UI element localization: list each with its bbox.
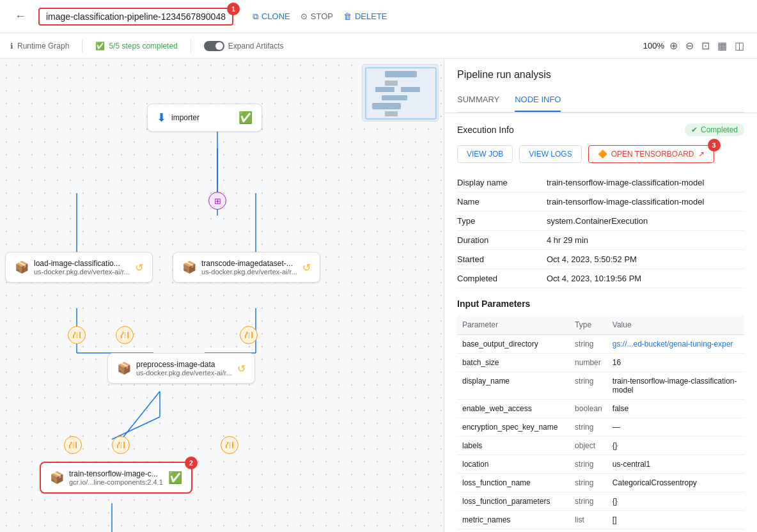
param-type: boolean: [570, 400, 607, 418]
panel-header: Pipeline run analysis SUMMARY NODE INFO: [444, 59, 757, 113]
orange-connector-5: ⛙: [112, 436, 130, 454]
zoom-out-button[interactable]: ⊖: [683, 37, 696, 54]
load-sub: us-docker.pkg.dev/vertex-ai/r...: [34, 268, 130, 276]
stop-button[interactable]: ⊙ STOP: [300, 12, 333, 21]
info-row: CompletedOct 4, 2023, 10:19:56 PM: [457, 269, 744, 288]
param-name: location: [457, 455, 570, 474]
orange-connector-6: ⛙: [221, 436, 238, 454]
info-row: Nametrain-tensorflow-image-classificatio…: [457, 192, 744, 212]
preprocess-retry-icon: ↺: [237, 363, 246, 375]
param-name: encryption_spec_key_name: [457, 418, 570, 437]
preprocess-sub: us-docker.pkg.dev/vertex-ai/r...: [136, 369, 232, 377]
param-value[interactable]: gs://...ed-bucket/genai-tuning-exper: [607, 335, 744, 354]
param-row: display_namestringtrain-tensorflow-image…: [457, 372, 744, 400]
panel-toggle-button[interactable]: ◫: [732, 37, 747, 54]
train-node[interactable]: 📦 train-tensorflow-image-c... gcr.io/...…: [40, 462, 192, 494]
param-value: —: [607, 418, 744, 437]
params-table: Parameter Type Value base_output_directo…: [457, 315, 744, 532]
param-type: list: [570, 511, 607, 529]
back-button[interactable]: ←: [10, 6, 31, 27]
runtime-graph-label: Runtime Graph: [17, 42, 69, 51]
tensorboard-label: OPEN TENSORBOARD: [611, 150, 694, 159]
status-text: Completed: [701, 125, 738, 134]
transcode-sub: us-docker.pkg.dev/vertex-ai/r...: [201, 268, 297, 276]
load-label: load-image-classificatio...: [34, 259, 130, 268]
view-job-button[interactable]: VIEW JOB: [457, 145, 513, 163]
zoom-fit-button[interactable]: ⊡: [699, 37, 712, 54]
info-row: Typesystem.ContainerExecution: [457, 212, 744, 231]
param-type: number: [570, 354, 607, 372]
svg-rect-21: [385, 111, 398, 116]
param-name: batch_size: [457, 354, 570, 372]
load-node[interactable]: 📦 load-image-classificatio... us-docker.…: [5, 252, 153, 283]
param-row: loss_function_parametersstring{}: [457, 492, 744, 511]
param-row: enable_web_accessbooleanfalse: [457, 400, 744, 418]
param-row: networkstring—: [457, 529, 744, 533]
info-table: Display nametrain-tensorflow-image-class…: [457, 173, 744, 288]
param-value: false: [607, 400, 744, 418]
badge-2: 2: [185, 457, 198, 469]
param-type: string: [570, 335, 607, 354]
delete-button[interactable]: 🗑 DELETE: [343, 12, 387, 21]
info-row-label: Display name: [457, 173, 547, 192]
steps-label: 5/5 steps completed: [109, 42, 177, 51]
info-row-value: Oct 4, 2023, 5:50:52 PM: [547, 250, 744, 269]
param-type: string: [570, 492, 607, 511]
purple-connector: ⊞: [208, 192, 226, 210]
expand-artifacts-toggle[interactable]: [204, 41, 224, 51]
param-value: CategoricalCrossentropy: [607, 474, 744, 492]
view-logs-button[interactable]: VIEW LOGS: [519, 145, 581, 163]
orange-connector-2: ⛙: [116, 326, 134, 344]
preprocess-node[interactable]: 📦 preprocess-image-data us-docker.pkg.de…: [107, 353, 255, 384]
param-name: metric_names: [457, 511, 570, 529]
grid-icon: ⊞: [214, 196, 221, 206]
param-name: loss_function_name: [457, 474, 570, 492]
info-row-value: Oct 4, 2023, 10:19:56 PM: [547, 269, 744, 288]
info-row: Display nametrain-tensorflow-image-class…: [457, 173, 744, 192]
svg-rect-15: [385, 71, 417, 77]
divider-1: [82, 40, 82, 52]
table-view-button[interactable]: ▦: [715, 37, 730, 54]
status-badge: ✔ Completed: [685, 123, 744, 136]
main-container: ⬇ importer ✅ ⊞ 📦 load-image-classificati…: [0, 59, 757, 532]
clone-button[interactable]: ⧉ CLONE: [253, 12, 290, 22]
train-text: train-tensorflow-image-c... gcr.io/...li…: [69, 469, 163, 486]
tab-node-info[interactable]: NODE INFO: [515, 88, 561, 112]
share-icon-6: ⛙: [226, 441, 234, 450]
info-row-value: 4 hr 29 min: [547, 231, 744, 250]
action-buttons: VIEW JOB VIEW LOGS 🔶 OPEN TENSORBOARD ↗ …: [457, 145, 744, 163]
divider-2: [191, 40, 191, 52]
info-row-label: Duration: [457, 231, 547, 250]
load-text: load-image-classificatio... us-docker.pk…: [34, 259, 130, 276]
param-type: object: [570, 437, 607, 455]
expand-artifacts-item[interactable]: Expand Artifacts: [204, 41, 284, 51]
mini-map-svg: [363, 65, 439, 121]
param-value: train-tensorflow-image-classification-mo…: [607, 372, 744, 400]
param-row: metric_nameslist[]: [457, 511, 744, 529]
train-label: train-tensorflow-image-c...: [69, 469, 163, 478]
param-type: string: [570, 529, 607, 533]
param-row: labelsobject{}: [457, 437, 744, 455]
param-name: labels: [457, 437, 570, 455]
load-icon: 📦: [15, 260, 29, 274]
zoom-in-button[interactable]: ⊕: [667, 37, 680, 54]
pipeline-canvas[interactable]: ⬇ importer ✅ ⊞ 📦 load-image-classificati…: [0, 59, 444, 532]
type-col-header: Type: [570, 315, 607, 335]
importer-node[interactable]: ⬇ importer ✅: [147, 104, 262, 132]
graph-icon: ℹ: [10, 42, 13, 51]
param-value: []: [607, 511, 744, 529]
check-circle-icon: ✅: [95, 42, 105, 51]
svg-rect-19: [382, 95, 407, 100]
tab-summary[interactable]: SUMMARY: [457, 88, 499, 112]
expand-artifacts-label: Expand Artifacts: [228, 42, 284, 51]
open-tensorboard-button[interactable]: 🔶 OPEN TENSORBOARD ↗: [588, 145, 714, 163]
badge-3: 3: [708, 139, 721, 152]
transcode-node[interactable]: 📦 transcode-imagedataset-... us-docker.p…: [173, 252, 320, 283]
info-row-value: system.ContainerExecution: [547, 212, 744, 231]
train-check-icon: ✅: [168, 471, 182, 485]
param-name: loss_function_parameters: [457, 492, 570, 511]
info-row: Duration4 hr 29 min: [457, 231, 744, 250]
info-row-value: train-tensorflow-image-classification-mo…: [547, 192, 744, 212]
runtime-graph-item: ℹ Runtime Graph: [10, 42, 69, 51]
share-icon-4: ⛙: [69, 441, 77, 450]
